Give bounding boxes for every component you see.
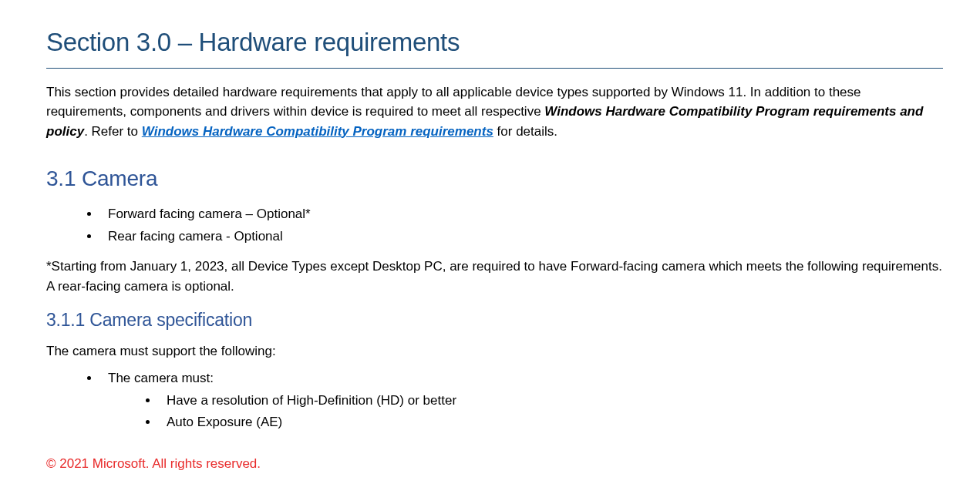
camera-spec-lead: The camera must support the following: <box>46 341 943 361</box>
camera-list: Forward facing camera – Optional* Rear f… <box>46 204 943 246</box>
list-item: Forward facing camera – Optional* <box>100 204 943 224</box>
subsection-3-1-1-title: 3.1.1 Camera specification <box>46 307 943 334</box>
list-item: Auto Exposure (AE) <box>159 412 943 432</box>
whcp-link[interactable]: Windows Hardware Compatibility Program r… <box>142 124 493 139</box>
list-item-text: The camera must: <box>108 371 214 385</box>
list-item: The camera must: Have a resolution of Hi… <box>100 368 943 432</box>
camera-note: *Starting from January 1, 2023, all Devi… <box>46 257 943 296</box>
copyright-footer: © 2021 Microsoft. All rights reserved. <box>46 454 943 474</box>
section-intro: This section provides detailed hardware … <box>46 82 943 142</box>
intro-text-3: for details. <box>493 124 557 139</box>
camera-spec-list: The camera must: Have a resolution of Hi… <box>46 368 943 432</box>
list-item: Rear facing camera - Optional <box>100 227 943 247</box>
camera-spec-sublist: Have a resolution of High-Definition (HD… <box>108 391 943 432</box>
subsection-3-1-title: 3.1 Camera <box>46 163 943 195</box>
intro-text-2: . Refer to <box>84 124 142 139</box>
section-title: Section 3.0 – Hardware requirements <box>46 23 943 69</box>
list-item: Have a resolution of High-Definition (HD… <box>159 391 943 411</box>
